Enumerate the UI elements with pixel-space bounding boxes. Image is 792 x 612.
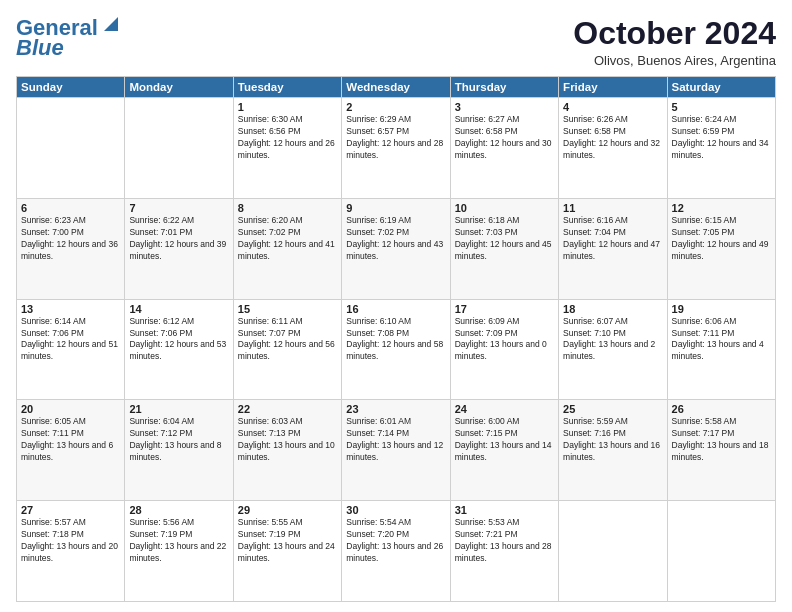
day-number: 31 (455, 504, 554, 516)
day-number: 22 (238, 403, 337, 415)
day-info: Sunrise: 6:24 AM Sunset: 6:59 PM Dayligh… (672, 114, 771, 162)
day-number: 23 (346, 403, 445, 415)
table-cell (125, 98, 233, 199)
day-info: Sunrise: 6:18 AM Sunset: 7:03 PM Dayligh… (455, 215, 554, 263)
logo: General Blue (16, 16, 122, 60)
table-cell: 13Sunrise: 6:14 AM Sunset: 7:06 PM Dayli… (17, 299, 125, 400)
day-number: 25 (563, 403, 662, 415)
day-info: Sunrise: 6:03 AM Sunset: 7:13 PM Dayligh… (238, 416, 337, 464)
day-info: Sunrise: 6:07 AM Sunset: 7:10 PM Dayligh… (563, 316, 662, 364)
day-number: 5 (672, 101, 771, 113)
day-number: 18 (563, 303, 662, 315)
table-cell: 29Sunrise: 5:55 AM Sunset: 7:19 PM Dayli… (233, 501, 341, 602)
svg-marker-0 (104, 17, 118, 31)
day-info: Sunrise: 5:58 AM Sunset: 7:17 PM Dayligh… (672, 416, 771, 464)
day-info: Sunrise: 6:15 AM Sunset: 7:05 PM Dayligh… (672, 215, 771, 263)
logo-blue-text: Blue (16, 35, 64, 60)
table-cell: 18Sunrise: 6:07 AM Sunset: 7:10 PM Dayli… (559, 299, 667, 400)
table-cell: 1Sunrise: 6:30 AM Sunset: 6:56 PM Daylig… (233, 98, 341, 199)
table-cell: 5Sunrise: 6:24 AM Sunset: 6:59 PM Daylig… (667, 98, 775, 199)
day-number: 9 (346, 202, 445, 214)
page: General Blue October 2024 Olivos, Buenos… (0, 0, 792, 612)
day-info: Sunrise: 6:29 AM Sunset: 6:57 PM Dayligh… (346, 114, 445, 162)
table-cell: 4Sunrise: 6:26 AM Sunset: 6:58 PM Daylig… (559, 98, 667, 199)
day-number: 24 (455, 403, 554, 415)
table-cell: 10Sunrise: 6:18 AM Sunset: 7:03 PM Dayli… (450, 198, 558, 299)
table-cell (667, 501, 775, 602)
day-info: Sunrise: 5:54 AM Sunset: 7:20 PM Dayligh… (346, 517, 445, 565)
day-number: 21 (129, 403, 228, 415)
table-cell: 22Sunrise: 6:03 AM Sunset: 7:13 PM Dayli… (233, 400, 341, 501)
week-row-3: 20Sunrise: 6:05 AM Sunset: 7:11 PM Dayli… (17, 400, 776, 501)
day-info: Sunrise: 6:09 AM Sunset: 7:09 PM Dayligh… (455, 316, 554, 364)
day-number: 6 (21, 202, 120, 214)
table-cell: 21Sunrise: 6:04 AM Sunset: 7:12 PM Dayli… (125, 400, 233, 501)
day-info: Sunrise: 6:30 AM Sunset: 6:56 PM Dayligh… (238, 114, 337, 162)
day-number: 16 (346, 303, 445, 315)
table-cell: 25Sunrise: 5:59 AM Sunset: 7:16 PM Dayli… (559, 400, 667, 501)
day-number: 29 (238, 504, 337, 516)
day-number: 7 (129, 202, 228, 214)
day-number: 26 (672, 403, 771, 415)
day-info: Sunrise: 6:23 AM Sunset: 7:00 PM Dayligh… (21, 215, 120, 263)
col-saturday: Saturday (667, 77, 775, 98)
day-number: 1 (238, 101, 337, 113)
table-cell: 11Sunrise: 6:16 AM Sunset: 7:04 PM Dayli… (559, 198, 667, 299)
col-thursday: Thursday (450, 77, 558, 98)
day-info: Sunrise: 6:11 AM Sunset: 7:07 PM Dayligh… (238, 316, 337, 364)
col-friday: Friday (559, 77, 667, 98)
day-info: Sunrise: 5:55 AM Sunset: 7:19 PM Dayligh… (238, 517, 337, 565)
day-number: 4 (563, 101, 662, 113)
day-number: 17 (455, 303, 554, 315)
day-info: Sunrise: 6:00 AM Sunset: 7:15 PM Dayligh… (455, 416, 554, 464)
day-info: Sunrise: 6:20 AM Sunset: 7:02 PM Dayligh… (238, 215, 337, 263)
table-cell: 31Sunrise: 5:53 AM Sunset: 7:21 PM Dayli… (450, 501, 558, 602)
day-number: 20 (21, 403, 120, 415)
week-row-0: 1Sunrise: 6:30 AM Sunset: 6:56 PM Daylig… (17, 98, 776, 199)
day-number: 10 (455, 202, 554, 214)
day-number: 11 (563, 202, 662, 214)
day-info: Sunrise: 5:53 AM Sunset: 7:21 PM Dayligh… (455, 517, 554, 565)
day-number: 30 (346, 504, 445, 516)
day-info: Sunrise: 6:19 AM Sunset: 7:02 PM Dayligh… (346, 215, 445, 263)
table-cell: 19Sunrise: 6:06 AM Sunset: 7:11 PM Dayli… (667, 299, 775, 400)
week-row-2: 13Sunrise: 6:14 AM Sunset: 7:06 PM Dayli… (17, 299, 776, 400)
table-cell: 6Sunrise: 6:23 AM Sunset: 7:00 PM Daylig… (17, 198, 125, 299)
col-tuesday: Tuesday (233, 77, 341, 98)
table-cell: 24Sunrise: 6:00 AM Sunset: 7:15 PM Dayli… (450, 400, 558, 501)
table-cell: 20Sunrise: 6:05 AM Sunset: 7:11 PM Dayli… (17, 400, 125, 501)
col-monday: Monday (125, 77, 233, 98)
table-cell: 26Sunrise: 5:58 AM Sunset: 7:17 PM Dayli… (667, 400, 775, 501)
table-cell: 28Sunrise: 5:56 AM Sunset: 7:19 PM Dayli… (125, 501, 233, 602)
day-info: Sunrise: 5:57 AM Sunset: 7:18 PM Dayligh… (21, 517, 120, 565)
day-info: Sunrise: 6:04 AM Sunset: 7:12 PM Dayligh… (129, 416, 228, 464)
title-block: October 2024 Olivos, Buenos Aires, Argen… (573, 16, 776, 68)
table-cell: 16Sunrise: 6:10 AM Sunset: 7:08 PM Dayli… (342, 299, 450, 400)
day-info: Sunrise: 6:22 AM Sunset: 7:01 PM Dayligh… (129, 215, 228, 263)
table-cell: 2Sunrise: 6:29 AM Sunset: 6:57 PM Daylig… (342, 98, 450, 199)
table-cell: 12Sunrise: 6:15 AM Sunset: 7:05 PM Dayli… (667, 198, 775, 299)
table-cell: 23Sunrise: 6:01 AM Sunset: 7:14 PM Dayli… (342, 400, 450, 501)
day-info: Sunrise: 6:27 AM Sunset: 6:58 PM Dayligh… (455, 114, 554, 162)
week-row-4: 27Sunrise: 5:57 AM Sunset: 7:18 PM Dayli… (17, 501, 776, 602)
day-number: 19 (672, 303, 771, 315)
day-info: Sunrise: 6:05 AM Sunset: 7:11 PM Dayligh… (21, 416, 120, 464)
day-info: Sunrise: 5:56 AM Sunset: 7:19 PM Dayligh… (129, 517, 228, 565)
day-number: 14 (129, 303, 228, 315)
month-title: October 2024 (573, 16, 776, 51)
location: Olivos, Buenos Aires, Argentina (573, 53, 776, 68)
day-info: Sunrise: 6:10 AM Sunset: 7:08 PM Dayligh… (346, 316, 445, 364)
day-info: Sunrise: 5:59 AM Sunset: 7:16 PM Dayligh… (563, 416, 662, 464)
day-info: Sunrise: 6:06 AM Sunset: 7:11 PM Dayligh… (672, 316, 771, 364)
table-cell: 17Sunrise: 6:09 AM Sunset: 7:09 PM Dayli… (450, 299, 558, 400)
table-cell: 7Sunrise: 6:22 AM Sunset: 7:01 PM Daylig… (125, 198, 233, 299)
table-cell: 14Sunrise: 6:12 AM Sunset: 7:06 PM Dayli… (125, 299, 233, 400)
day-info: Sunrise: 6:01 AM Sunset: 7:14 PM Dayligh… (346, 416, 445, 464)
logo-arrow-icon (100, 13, 122, 35)
day-number: 15 (238, 303, 337, 315)
day-info: Sunrise: 6:12 AM Sunset: 7:06 PM Dayligh… (129, 316, 228, 364)
day-number: 3 (455, 101, 554, 113)
day-number: 28 (129, 504, 228, 516)
table-cell: 15Sunrise: 6:11 AM Sunset: 7:07 PM Dayli… (233, 299, 341, 400)
day-info: Sunrise: 6:26 AM Sunset: 6:58 PM Dayligh… (563, 114, 662, 162)
